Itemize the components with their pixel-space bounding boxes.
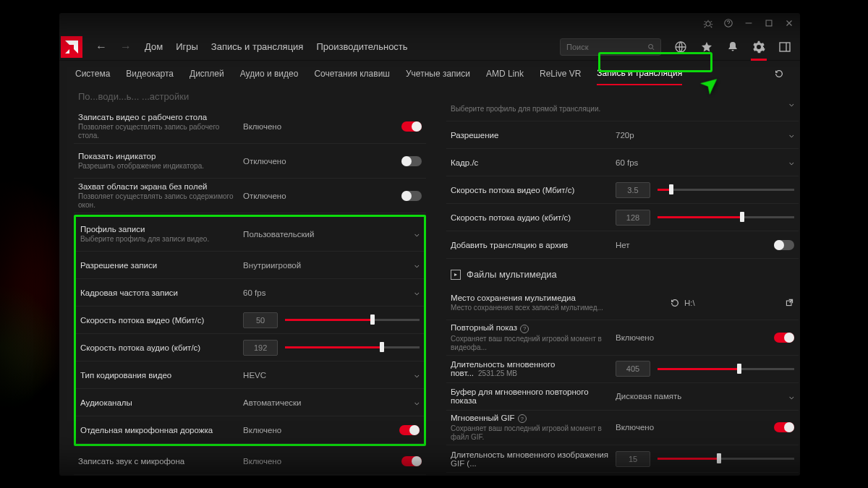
svg-point-3 xyxy=(648,44,652,48)
value-box[interactable]: 50 xyxy=(243,312,278,328)
row-value: H:\ xyxy=(684,298,794,307)
settings-row: Разрешение 720p⌵ xyxy=(446,121,799,149)
tab-highlight xyxy=(598,52,712,72)
nav-recording[interactable]: Запись и трансляция xyxy=(211,41,304,52)
value-box[interactable]: 128 xyxy=(616,210,650,226)
value-box[interactable]: 15 xyxy=(616,451,650,467)
slider[interactable] xyxy=(658,213,794,223)
settings-row: Уровень громкости микрофона (%) 100 xyxy=(74,475,426,476)
chevron-down-icon: ⌵ xyxy=(789,99,794,108)
select-value: 60 fps xyxy=(243,288,265,297)
toggle-switch[interactable] xyxy=(401,121,422,132)
globe-icon[interactable] xyxy=(674,40,687,53)
row-value[interactable]: Пользовательский⌵ xyxy=(243,229,420,239)
slider[interactable] xyxy=(285,315,420,325)
settings-row: Выберите профиль для прямой трансляции. … xyxy=(446,87,799,121)
content: По...води...ь... ...астройки Записать ви… xyxy=(59,87,800,476)
panel-icon[interactable] xyxy=(778,40,791,53)
settings-row: Отдельная микрофонная дорожка Включено xyxy=(76,416,424,444)
nav-forward-icon[interactable]: → xyxy=(120,40,132,53)
info-icon[interactable]: ? xyxy=(518,414,527,423)
settings-row: Тип кодирования видео HEVC⌵ xyxy=(76,361,424,389)
row-value[interactable]: HEVC⌵ xyxy=(243,370,420,380)
row-value[interactable]: Внутриигровой⌵ xyxy=(243,260,420,270)
value-box[interactable]: 3.5 xyxy=(616,182,650,198)
subnav-display[interactable]: Дисплей xyxy=(190,69,224,79)
search-field[interactable] xyxy=(566,43,643,51)
subnav-hotkeys[interactable]: Сочетания клавиш xyxy=(314,69,390,79)
row-title: Скорость потока видео (Мбит/с) xyxy=(80,316,237,325)
toggle-switch[interactable] xyxy=(774,422,794,432)
slider[interactable] xyxy=(285,343,420,353)
row-label: Скорость потока аудио (кбит/с) xyxy=(451,213,616,222)
value-text: Нет xyxy=(616,241,630,249)
row-label: Мгновенный GIF? Сохраняет ваш последний … xyxy=(451,414,616,442)
toggle-switch[interactable] xyxy=(401,156,422,166)
svg-rect-2 xyxy=(766,20,772,26)
row-title: Тип кодирования видео xyxy=(80,371,237,380)
nav-games[interactable]: Игры xyxy=(176,41,198,52)
subnav-gpu[interactable]: Видеокарта xyxy=(126,69,174,79)
close-icon[interactable] xyxy=(784,18,794,28)
slider[interactable] xyxy=(658,364,794,374)
toggle-switch[interactable] xyxy=(401,191,422,201)
row-value[interactable]: 60 fps⌵ xyxy=(243,288,420,297)
reset-icon[interactable] xyxy=(670,298,680,308)
path-text: H:\ xyxy=(684,299,695,307)
nav-performance[interactable]: Производительность xyxy=(316,41,407,52)
maximize-icon[interactable] xyxy=(764,18,774,28)
select-value: Внутриигровой xyxy=(243,261,301,270)
slider[interactable] xyxy=(658,454,794,464)
nav-home[interactable]: Дом xyxy=(145,41,163,52)
star-icon[interactable] xyxy=(700,40,713,53)
subnav-accounts[interactable]: Учетные записи xyxy=(406,69,470,79)
slider[interactable] xyxy=(658,185,794,195)
row-value: 15 xyxy=(616,451,794,467)
row-desc: Позволяет осуществлять запись рабочего с… xyxy=(78,123,237,140)
extra-text: 2531.25 MB xyxy=(478,369,517,377)
settings-row: Кадровая частота записи 60 fps⌵ xyxy=(76,279,424,307)
open-external-icon[interactable] xyxy=(785,298,794,307)
row-value[interactable]: ⌵ xyxy=(616,99,794,108)
toggle-switch[interactable] xyxy=(401,456,422,466)
value-text: Включено xyxy=(243,457,281,466)
row-value[interactable]: 720p⌵ xyxy=(616,130,794,140)
help-icon[interactable] xyxy=(723,18,733,28)
row-title: Мгновенный GIF? xyxy=(451,414,610,424)
gear-icon[interactable] xyxy=(752,40,765,53)
subnav-amdlink[interactable]: AMD Link xyxy=(486,69,524,79)
toggle-switch[interactable] xyxy=(774,240,794,250)
row-value[interactable]: 60 fps⌵ xyxy=(616,158,794,167)
row-value: Включено xyxy=(243,456,422,466)
settings-row: Повторный показ? Сохраняет ваш последний… xyxy=(446,320,799,356)
titlebar xyxy=(59,13,800,33)
row-value[interactable]: Автоматически⌵ xyxy=(243,398,420,407)
settings-row: Мгновенный GIF? Сохраняет ваш последний … xyxy=(446,411,799,446)
subnav-audio[interactable]: Аудио и видео xyxy=(240,69,299,79)
row-value: 3.5 xyxy=(616,182,794,198)
nav-back-icon[interactable]: ← xyxy=(95,40,107,53)
value-text: Включено xyxy=(243,122,281,131)
row-value: 50 xyxy=(243,312,420,328)
reset-icon[interactable] xyxy=(774,69,784,79)
bug-icon[interactable] xyxy=(703,18,713,28)
subnav-system[interactable]: Система xyxy=(75,69,110,79)
subnav-relivevr[interactable]: ReLive VR xyxy=(540,69,581,79)
chevron-down-icon: ⌵ xyxy=(789,130,794,140)
media-section-title: ▸ Файлы мультимедиа xyxy=(446,259,799,286)
value-box[interactable]: 192 xyxy=(243,340,278,356)
row-value[interactable]: Дисковая память⌵ xyxy=(616,392,794,401)
toggle-switch[interactable] xyxy=(399,425,420,435)
row-value: Включено xyxy=(616,333,794,343)
info-icon[interactable]: ? xyxy=(520,325,529,333)
row-label: Длительность мгновенного повт...2531.25 … xyxy=(451,360,616,377)
bell-icon[interactable] xyxy=(726,40,739,53)
row-title: Записать звук с микрофона xyxy=(78,457,237,466)
value-box[interactable]: 405 xyxy=(616,361,650,377)
row-desc: Разрешить отображение индикатора. xyxy=(78,162,237,171)
recording-profile-highlight: Профиль записи Выберите профиль для запи… xyxy=(74,215,426,446)
settings-row: Записать видео с рабочего стола Позволяе… xyxy=(74,109,426,144)
row-label: Записать звук с микрофона xyxy=(78,457,243,466)
minimize-icon[interactable] xyxy=(744,18,754,28)
toggle-switch[interactable] xyxy=(774,333,794,343)
